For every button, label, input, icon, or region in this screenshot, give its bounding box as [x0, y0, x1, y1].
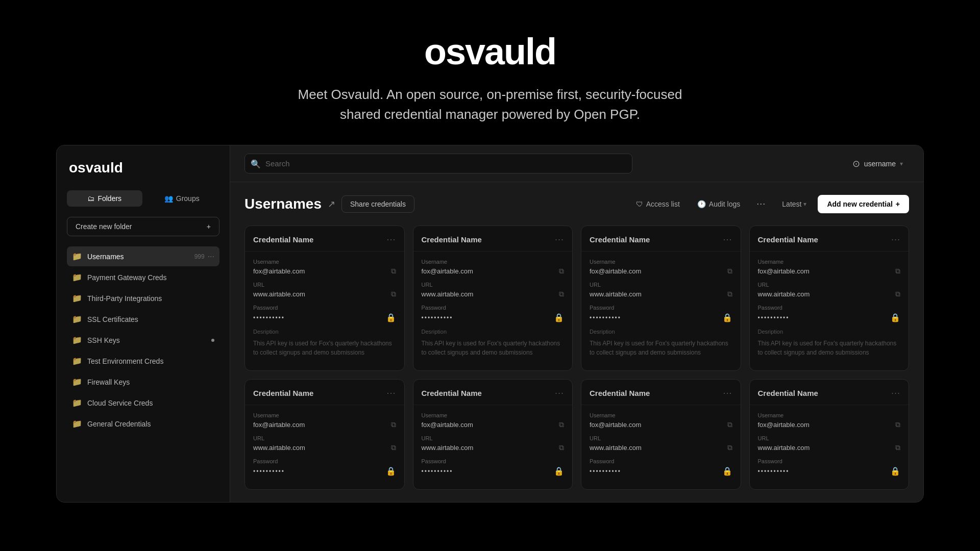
- folder-menu-icon[interactable]: ···: [208, 252, 214, 261]
- copy-username-button[interactable]: ⧉: [895, 420, 900, 429]
- copy-username-button[interactable]: ⧉: [727, 267, 732, 276]
- copy-url-button[interactable]: ⧉: [727, 290, 732, 298]
- card-url-label: URL: [422, 282, 565, 288]
- folder-icon: 📁: [72, 419, 82, 429]
- sidebar-item-cloud[interactable]: 📁 Cloud Service Creds: [67, 393, 219, 413]
- card-description-field: Desription This API key is used for Fox'…: [758, 329, 901, 357]
- sidebar-logo: osvauld: [67, 160, 219, 176]
- sidebar-item-ssh[interactable]: 📁 SSH Keys: [67, 330, 219, 350]
- card-password-field: Password •••••••••• 🔒: [253, 305, 396, 322]
- sidebar-item-third-party[interactable]: 📁 Third-Party Integrations: [67, 288, 219, 308]
- card-url-field: URL www.airtable.com ⧉: [590, 435, 732, 452]
- card-description-label: Desription: [422, 329, 565, 335]
- card-password-value: ••••••••••: [253, 468, 285, 475]
- card-description-value: This API key is used for Fox's quarterly…: [758, 339, 901, 357]
- card-password-value: ••••••••••: [422, 314, 453, 321]
- sidebar-item-firewall[interactable]: 📁 Firewall Keys: [67, 372, 219, 392]
- tab-groups[interactable]: 👥 Groups: [144, 190, 220, 207]
- sidebar-item-general[interactable]: 📁 General Credentials: [67, 414, 219, 434]
- card-url-value: www.airtable.com: [590, 444, 642, 452]
- card-menu-button[interactable]: ···: [723, 234, 732, 245]
- page-title: Usernames: [244, 196, 322, 212]
- card-header: Credential Name ···: [581, 380, 741, 405]
- reveal-password-button[interactable]: 🔒: [386, 313, 396, 322]
- topbar-right: ⊙ username ▾: [846, 154, 909, 173]
- latest-dropdown-button[interactable]: Latest ▾: [776, 196, 813, 212]
- copy-url-button[interactable]: ⧉: [559, 290, 564, 298]
- card-header: Credential Name ···: [581, 226, 741, 252]
- card-username-label: Username: [590, 259, 732, 265]
- card-header: Credential Name ···: [750, 380, 909, 405]
- folder-name: Third-Party Integrations: [87, 294, 214, 303]
- reveal-password-button[interactable]: 🔒: [722, 313, 732, 322]
- copy-url-button[interactable]: ⧉: [391, 443, 396, 452]
- search-input[interactable]: [244, 154, 632, 173]
- card-password-field: Password •••••••••• 🔒: [758, 305, 901, 322]
- card-username-label: Username: [758, 259, 901, 265]
- card-menu-button[interactable]: ···: [723, 388, 732, 398]
- copy-username-button[interactable]: ⧉: [391, 267, 396, 276]
- sidebar-item-payment[interactable]: 📁 Payment Gateway Creds: [67, 267, 219, 287]
- card-username-field: Username fox@airtable.com ⧉: [253, 412, 396, 429]
- reveal-password-button[interactable]: 🔒: [890, 466, 900, 476]
- reveal-password-button[interactable]: 🔒: [554, 466, 564, 476]
- copy-url-button[interactable]: ⧉: [727, 443, 732, 452]
- card-description-field: Desription This API key is used for Fox'…: [590, 329, 732, 357]
- card-username-label: Username: [422, 259, 565, 265]
- card-header: Credential Name ···: [245, 380, 404, 405]
- user-avatar-icon: ⊙: [852, 158, 860, 169]
- card-username-field: Username fox@airtable.com ⧉: [422, 259, 565, 276]
- add-credential-label: Add new credential: [827, 200, 892, 208]
- reveal-password-button[interactable]: 🔒: [890, 313, 900, 322]
- reveal-password-button[interactable]: 🔒: [554, 313, 564, 322]
- copy-username-button[interactable]: ⧉: [559, 267, 564, 276]
- card-menu-button[interactable]: ···: [555, 388, 564, 398]
- card-menu-button[interactable]: ···: [555, 234, 564, 245]
- user-menu-button[interactable]: ⊙ username ▾: [846, 154, 909, 173]
- card-password-label: Password: [590, 305, 732, 311]
- header-actions: 🛡 Access list 🕐 Audit logs ··· Latest ▾ …: [630, 194, 909, 213]
- card-description-field: Desription This API key is used for Fox'…: [422, 329, 565, 357]
- folder-name: General Credentials: [87, 420, 214, 428]
- sidebar-item-test-env[interactable]: 📁 Test Environment Creds: [67, 351, 219, 371]
- reveal-password-button[interactable]: 🔒: [722, 466, 732, 476]
- sidebar-item-ssl[interactable]: 📁 SSL Certificates: [67, 309, 219, 329]
- access-list-button[interactable]: 🛡 Access list: [630, 196, 686, 212]
- card-title: Credential Name: [590, 235, 650, 244]
- folder-icon: 📁: [72, 398, 82, 408]
- reveal-password-button[interactable]: 🔒: [386, 466, 396, 476]
- card-username-value: fox@airtable.com: [758, 267, 810, 275]
- folder-name: Usernames: [87, 253, 191, 261]
- card-body: Username fox@airtable.com ⧉ URL www.airt…: [581, 252, 741, 370]
- create-folder-button[interactable]: Create new folder +: [67, 217, 219, 236]
- sidebar: osvauld 🗂 Folders 👥 Groups Create new fo…: [57, 145, 230, 502]
- share-credentials-button[interactable]: Share credentials: [341, 195, 414, 213]
- copy-url-button[interactable]: ⧉: [895, 443, 900, 452]
- copy-username-button[interactable]: ⧉: [391, 420, 396, 429]
- card-menu-button[interactable]: ···: [386, 388, 396, 398]
- card-url-field: URL www.airtable.com ⧉: [758, 435, 901, 452]
- copy-username-button[interactable]: ⧉: [895, 267, 900, 276]
- more-options-button[interactable]: ···: [751, 194, 771, 213]
- card-password-label: Password: [422, 305, 565, 311]
- card-menu-button[interactable]: ···: [891, 234, 900, 245]
- copy-username-button[interactable]: ⧉: [727, 420, 732, 429]
- copy-url-button[interactable]: ⧉: [559, 443, 564, 452]
- card-menu-button[interactable]: ···: [891, 388, 900, 398]
- copy-username-button[interactable]: ⧉: [559, 420, 564, 429]
- copy-url-button[interactable]: ⧉: [895, 290, 900, 298]
- credential-card-8: Credential Name ··· Username fox@airtabl…: [749, 379, 910, 490]
- card-url-label: URL: [422, 435, 565, 441]
- audit-logs-button[interactable]: 🕐 Audit logs: [691, 196, 746, 212]
- card-title: Credential Name: [253, 235, 313, 244]
- credential-card-5: Credential Name ··· Username fox@airtabl…: [244, 379, 405, 490]
- card-username-value: fox@airtable.com: [590, 267, 641, 275]
- card-username-field: Username fox@airtable.com ⧉: [758, 412, 901, 429]
- share-link-icon[interactable]: ↗: [328, 198, 335, 210]
- hero-section: osvauld Meet Osvauld. An open source, on…: [0, 0, 980, 145]
- add-credential-button[interactable]: Add new credential +: [818, 195, 909, 213]
- card-menu-button[interactable]: ···: [386, 234, 396, 245]
- sidebar-item-usernames[interactable]: 📁 Usernames 999 ···: [67, 246, 219, 266]
- tab-folders[interactable]: 🗂 Folders: [67, 190, 142, 207]
- copy-url-button[interactable]: ⧉: [391, 290, 396, 298]
